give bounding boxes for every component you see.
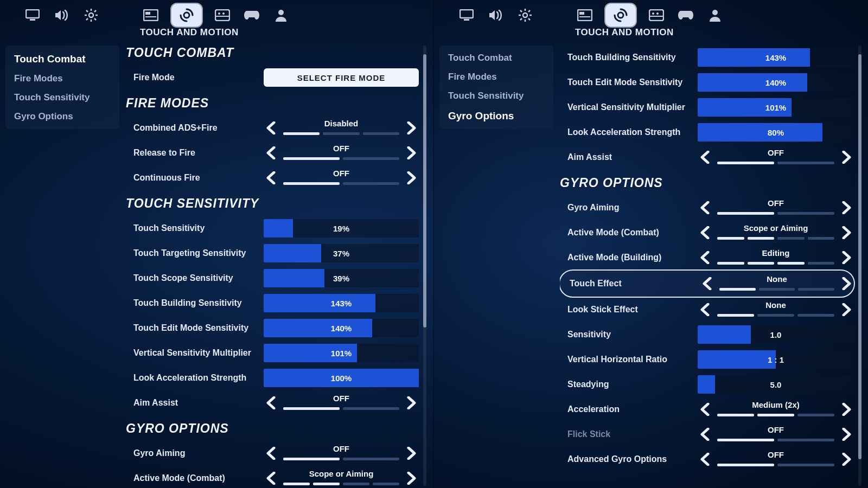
setting-control[interactable]: SELECT FIRE MODE: [264, 67, 419, 88]
setting-control[interactable]: Scope or Aiming: [698, 222, 854, 243]
slider[interactable]: 143%: [264, 294, 419, 312]
gamepad-icon[interactable]: [677, 7, 694, 24]
sidebar-item[interactable]: Gyro Options: [10, 107, 115, 126]
setting-control[interactable]: OFF: [698, 424, 854, 445]
slider[interactable]: 101%: [264, 344, 419, 362]
sidebar-item[interactable]: Gyro Options: [444, 106, 549, 126]
gamepad-icon[interactable]: [243, 7, 260, 24]
setting-control[interactable]: 80%: [698, 122, 854, 143]
setting-control[interactable]: Disabled: [264, 118, 419, 138]
arrow-left-icon[interactable]: [698, 200, 713, 215]
arrow-right-icon[interactable]: [839, 402, 854, 417]
monitor-icon[interactable]: [458, 7, 475, 24]
setting-control[interactable]: 19%: [264, 218, 419, 239]
setting-control[interactable]: Editing: [698, 247, 854, 268]
arrow-left-icon[interactable]: [264, 471, 279, 486]
selector-track[interactable]: Disabled: [283, 120, 399, 136]
slider[interactable]: 39%: [264, 269, 419, 287]
setting-control[interactable]: None: [700, 273, 854, 294]
setting-control[interactable]: OFF: [264, 168, 419, 188]
arrow-right-icon[interactable]: [404, 395, 419, 410]
slider[interactable]: 101%: [698, 98, 854, 117]
setting-control[interactable]: OFF: [698, 197, 854, 218]
slider[interactable]: 1.0: [698, 325, 854, 344]
arrow-right-icon[interactable]: [404, 446, 419, 461]
arrow-right-icon[interactable]: [404, 120, 419, 136]
selector-track[interactable]: OFF: [283, 145, 399, 161]
setting-control[interactable]: 5.0: [698, 374, 854, 395]
speaker-icon[interactable]: [53, 7, 71, 24]
setting-control[interactable]: Scope or Aiming: [264, 468, 419, 486]
arrow-right-icon[interactable]: [404, 471, 419, 486]
setting-control[interactable]: 39%: [264, 268, 419, 288]
arrow-right-icon[interactable]: [404, 145, 419, 160]
sidebar-item[interactable]: Touch Sensitivity: [10, 88, 115, 107]
arrow-left-icon[interactable]: [698, 452, 713, 467]
arrow-left-icon[interactable]: [698, 302, 713, 317]
selector-track[interactable]: OFF: [717, 426, 834, 442]
selector-track[interactable]: OFF: [717, 451, 834, 467]
selector-track[interactable]: Scope or Aiming: [283, 470, 399, 486]
slider[interactable]: 143%: [698, 48, 854, 67]
sidebar-item[interactable]: Fire Modes: [444, 68, 549, 87]
movie-icon[interactable]: [214, 7, 231, 24]
scrollbar[interactable]: [858, 46, 861, 486]
arrow-right-icon[interactable]: [839, 427, 854, 442]
sidebar-item[interactable]: Touch Sensitivity: [444, 87, 549, 106]
setting-control[interactable]: 1 : 1: [698, 349, 854, 370]
selector-track[interactable]: OFF: [717, 149, 834, 165]
setting-control[interactable]: OFF: [264, 443, 419, 464]
select-button[interactable]: SELECT FIRE MODE: [264, 68, 419, 87]
setting-control[interactable]: 143%: [698, 47, 854, 68]
arrow-right-icon[interactable]: [839, 452, 854, 467]
arrow-right-icon[interactable]: [839, 302, 854, 317]
slider[interactable]: 19%: [264, 219, 419, 237]
scrollbar[interactable]: [423, 46, 426, 486]
selector-track[interactable]: OFF: [283, 395, 399, 411]
touch-icon[interactable]: [171, 4, 202, 27]
slider[interactable]: 140%: [698, 73, 854, 92]
arrow-left-icon[interactable]: [264, 170, 279, 185]
sidebar-item[interactable]: Fire Modes: [10, 69, 115, 88]
setting-control[interactable]: 101%: [264, 343, 419, 363]
setting-control[interactable]: 143%: [264, 293, 419, 313]
setting-control[interactable]: 37%: [264, 243, 419, 264]
arrow-left-icon[interactable]: [698, 150, 713, 165]
arrow-left-icon[interactable]: [698, 427, 713, 442]
setting-control[interactable]: 101%: [698, 97, 854, 118]
selector-track[interactable]: OFF: [717, 200, 834, 216]
monitor-icon[interactable]: [24, 7, 41, 24]
arrow-right-icon[interactable]: [839, 250, 854, 265]
speaker-icon[interactable]: [487, 7, 505, 24]
setting-control[interactable]: 140%: [264, 318, 419, 338]
slider[interactable]: 5.0: [698, 375, 854, 394]
arrow-right-icon[interactable]: [839, 200, 854, 215]
arrow-right-icon[interactable]: [404, 170, 419, 185]
setting-control[interactable]: 100%: [264, 368, 419, 388]
card-icon[interactable]: [142, 7, 159, 24]
setting-control[interactable]: 1.0: [698, 324, 854, 345]
arrow-left-icon[interactable]: [698, 250, 713, 265]
setting-control[interactable]: OFF: [264, 393, 419, 413]
slider[interactable]: 1 : 1: [698, 350, 854, 369]
arrow-right-icon[interactable]: [839, 150, 854, 165]
setting-control[interactable]: None: [698, 299, 854, 320]
setting-control[interactable]: OFF: [264, 143, 419, 163]
sidebar-item[interactable]: Touch Combat: [10, 49, 115, 69]
selector-track[interactable]: Editing: [717, 249, 834, 266]
arrow-left-icon[interactable]: [698, 402, 713, 417]
gear-icon[interactable]: [82, 7, 100, 24]
arrow-left-icon[interactable]: [698, 225, 713, 240]
slider[interactable]: 100%: [264, 369, 419, 387]
selector-track[interactable]: Scope or Aiming: [717, 224, 834, 241]
selector-track[interactable]: Medium (2x): [717, 401, 834, 418]
setting-control[interactable]: OFF: [698, 147, 854, 168]
arrow-left-icon[interactable]: [264, 395, 279, 410]
slider[interactable]: 80%: [698, 123, 854, 142]
user-icon[interactable]: [272, 7, 290, 24]
arrow-left-icon[interactable]: [264, 145, 279, 160]
slider[interactable]: 140%: [264, 319, 419, 337]
sidebar-item[interactable]: Touch Combat: [444, 49, 549, 68]
selector-track[interactable]: None: [719, 275, 834, 292]
card-icon[interactable]: [576, 7, 593, 24]
